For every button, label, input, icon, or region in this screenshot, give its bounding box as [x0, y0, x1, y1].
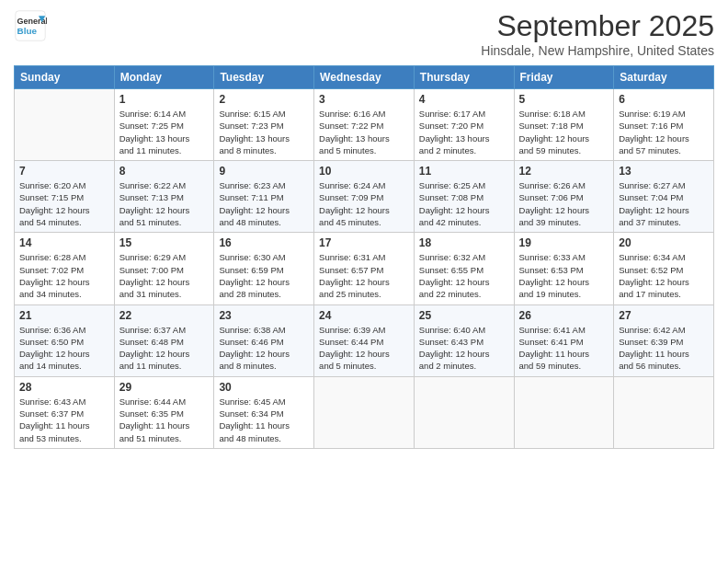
- weekday-saturday: Saturday: [614, 66, 714, 89]
- calendar-week-3: 14Sunrise: 6:28 AM Sunset: 7:02 PM Dayli…: [15, 233, 714, 304]
- calendar-cell: 28Sunrise: 6:43 AM Sunset: 6:37 PM Dayli…: [15, 376, 115, 448]
- calendar-week-2: 7Sunrise: 6:20 AM Sunset: 7:15 PM Daylig…: [15, 161, 714, 233]
- calendar-cell: 16Sunrise: 6:30 AM Sunset: 6:59 PM Dayli…: [214, 233, 314, 304]
- day-info: Sunrise: 6:40 AM Sunset: 6:43 PM Dayligh…: [419, 324, 509, 373]
- calendar-cell: [514, 376, 614, 448]
- day-info: Sunrise: 6:28 AM Sunset: 7:02 PM Dayligh…: [19, 251, 109, 300]
- calendar-cell: 17Sunrise: 6:31 AM Sunset: 6:57 PM Dayli…: [314, 233, 415, 304]
- calendar-cell: 4Sunrise: 6:17 AM Sunset: 7:20 PM Daylig…: [414, 89, 514, 161]
- calendar-cell: 25Sunrise: 6:40 AM Sunset: 6:43 PM Dayli…: [414, 304, 514, 376]
- day-info: Sunrise: 6:25 AM Sunset: 7:08 PM Dayligh…: [419, 179, 509, 228]
- day-info: Sunrise: 6:18 AM Sunset: 7:18 PM Dayligh…: [519, 108, 609, 156]
- day-number: 14: [19, 236, 109, 249]
- day-number: 7: [19, 165, 109, 178]
- day-number: 18: [419, 236, 509, 249]
- day-info: Sunrise: 6:43 AM Sunset: 6:37 PM Dayligh…: [19, 396, 109, 444]
- day-number: 27: [619, 309, 709, 322]
- day-info: Sunrise: 6:27 AM Sunset: 7:04 PM Dayligh…: [619, 179, 709, 228]
- page: General Blue September 2025 Hinsdale, Ne…: [0, 0, 728, 563]
- calendar-cell: 7Sunrise: 6:20 AM Sunset: 7:15 PM Daylig…: [15, 161, 115, 233]
- calendar: SundayMondayTuesdayWednesdayThursdayFrid…: [14, 65, 714, 449]
- calendar-cell: 26Sunrise: 6:41 AM Sunset: 6:41 PM Dayli…: [514, 304, 614, 376]
- day-number: 1: [119, 93, 210, 106]
- day-number: 17: [319, 236, 409, 249]
- logo-icon: General Blue: [14, 9, 47, 42]
- day-info: Sunrise: 6:23 AM Sunset: 7:11 PM Dayligh…: [219, 179, 309, 228]
- day-info: Sunrise: 6:19 AM Sunset: 7:16 PM Dayligh…: [619, 108, 709, 156]
- weekday-header-row: SundayMondayTuesdayWednesdayThursdayFrid…: [15, 66, 714, 89]
- weekday-sunday: Sunday: [15, 66, 115, 89]
- calendar-cell: 14Sunrise: 6:28 AM Sunset: 7:02 PM Dayli…: [15, 233, 115, 304]
- day-info: Sunrise: 6:41 AM Sunset: 6:41 PM Dayligh…: [519, 324, 609, 373]
- day-number: 13: [619, 165, 709, 178]
- day-number: 22: [119, 309, 210, 322]
- day-number: 20: [619, 236, 709, 249]
- day-number: 16: [219, 236, 309, 249]
- day-info: Sunrise: 6:36 AM Sunset: 6:50 PM Dayligh…: [19, 324, 109, 373]
- calendar-cell: 24Sunrise: 6:39 AM Sunset: 6:44 PM Dayli…: [314, 304, 415, 376]
- calendar-cell: [314, 376, 415, 448]
- day-info: Sunrise: 6:45 AM Sunset: 6:34 PM Dayligh…: [219, 396, 309, 444]
- calendar-cell: 22Sunrise: 6:37 AM Sunset: 6:48 PM Dayli…: [114, 304, 214, 376]
- calendar-cell: 21Sunrise: 6:36 AM Sunset: 6:50 PM Dayli…: [15, 304, 115, 376]
- day-info: Sunrise: 6:44 AM Sunset: 6:35 PM Dayligh…: [119, 396, 210, 444]
- day-number: 2: [219, 93, 309, 106]
- day-info: Sunrise: 6:39 AM Sunset: 6:44 PM Dayligh…: [319, 324, 409, 373]
- title-section: September 2025 Hinsdale, New Hampshire, …: [481, 9, 714, 58]
- calendar-cell: 18Sunrise: 6:32 AM Sunset: 6:55 PM Dayli…: [414, 233, 514, 304]
- calendar-cell: 30Sunrise: 6:45 AM Sunset: 6:34 PM Dayli…: [214, 376, 314, 448]
- day-number: 24: [319, 309, 409, 322]
- weekday-tuesday: Tuesday: [214, 66, 314, 89]
- calendar-cell: 2Sunrise: 6:15 AM Sunset: 7:23 PM Daylig…: [214, 89, 314, 161]
- svg-text:Blue: Blue: [17, 26, 38, 36]
- day-info: Sunrise: 6:31 AM Sunset: 6:57 PM Dayligh…: [319, 251, 409, 300]
- day-info: Sunrise: 6:14 AM Sunset: 7:25 PM Dayligh…: [119, 108, 210, 156]
- subtitle: Hinsdale, New Hampshire, United States: [481, 43, 714, 58]
- calendar-cell: 6Sunrise: 6:19 AM Sunset: 7:16 PM Daylig…: [614, 89, 714, 161]
- calendar-cell: [414, 376, 514, 448]
- day-number: 28: [19, 381, 109, 394]
- main-title: September 2025: [481, 9, 714, 43]
- day-info: Sunrise: 6:33 AM Sunset: 6:53 PM Dayligh…: [519, 251, 609, 300]
- day-info: Sunrise: 6:38 AM Sunset: 6:46 PM Dayligh…: [219, 324, 309, 373]
- day-number: 3: [319, 93, 409, 106]
- day-number: 21: [19, 309, 109, 322]
- calendar-cell: 15Sunrise: 6:29 AM Sunset: 7:00 PM Dayli…: [114, 233, 214, 304]
- day-info: Sunrise: 6:20 AM Sunset: 7:15 PM Dayligh…: [19, 179, 109, 228]
- day-number: 5: [519, 93, 609, 106]
- day-info: Sunrise: 6:22 AM Sunset: 7:13 PM Dayligh…: [119, 179, 210, 228]
- calendar-week-1: 1Sunrise: 6:14 AM Sunset: 7:25 PM Daylig…: [15, 89, 714, 161]
- day-info: Sunrise: 6:32 AM Sunset: 6:55 PM Dayligh…: [419, 251, 509, 300]
- calendar-cell: 9Sunrise: 6:23 AM Sunset: 7:11 PM Daylig…: [214, 161, 314, 233]
- day-number: 11: [419, 165, 509, 178]
- day-number: 8: [119, 165, 210, 178]
- calendar-cell: 8Sunrise: 6:22 AM Sunset: 7:13 PM Daylig…: [114, 161, 214, 233]
- day-info: Sunrise: 6:42 AM Sunset: 6:39 PM Dayligh…: [619, 324, 709, 373]
- day-info: Sunrise: 6:17 AM Sunset: 7:20 PM Dayligh…: [419, 108, 509, 156]
- calendar-cell: [15, 89, 115, 161]
- calendar-cell: 20Sunrise: 6:34 AM Sunset: 6:52 PM Dayli…: [614, 233, 714, 304]
- day-number: 26: [519, 309, 609, 322]
- day-number: 4: [419, 93, 509, 106]
- day-info: Sunrise: 6:24 AM Sunset: 7:09 PM Dayligh…: [319, 179, 409, 228]
- weekday-thursday: Thursday: [414, 66, 514, 89]
- calendar-cell: 3Sunrise: 6:16 AM Sunset: 7:22 PM Daylig…: [314, 89, 415, 161]
- day-number: 25: [419, 309, 509, 322]
- calendar-cell: [614, 376, 714, 448]
- calendar-cell: 23Sunrise: 6:38 AM Sunset: 6:46 PM Dayli…: [214, 304, 314, 376]
- calendar-cell: 5Sunrise: 6:18 AM Sunset: 7:18 PM Daylig…: [514, 89, 614, 161]
- day-info: Sunrise: 6:26 AM Sunset: 7:06 PM Dayligh…: [519, 179, 609, 228]
- day-number: 23: [219, 309, 309, 322]
- weekday-friday: Friday: [514, 66, 614, 89]
- day-info: Sunrise: 6:15 AM Sunset: 7:23 PM Dayligh…: [219, 108, 309, 156]
- day-number: 12: [519, 165, 609, 178]
- day-number: 9: [219, 165, 309, 178]
- day-info: Sunrise: 6:37 AM Sunset: 6:48 PM Dayligh…: [119, 324, 210, 373]
- day-number: 6: [619, 93, 709, 106]
- calendar-cell: 19Sunrise: 6:33 AM Sunset: 6:53 PM Dayli…: [514, 233, 614, 304]
- calendar-cell: 27Sunrise: 6:42 AM Sunset: 6:39 PM Dayli…: [614, 304, 714, 376]
- day-number: 29: [119, 381, 210, 394]
- day-number: 15: [119, 236, 210, 249]
- calendar-cell: 13Sunrise: 6:27 AM Sunset: 7:04 PM Dayli…: [614, 161, 714, 233]
- day-info: Sunrise: 6:34 AM Sunset: 6:52 PM Dayligh…: [619, 251, 709, 300]
